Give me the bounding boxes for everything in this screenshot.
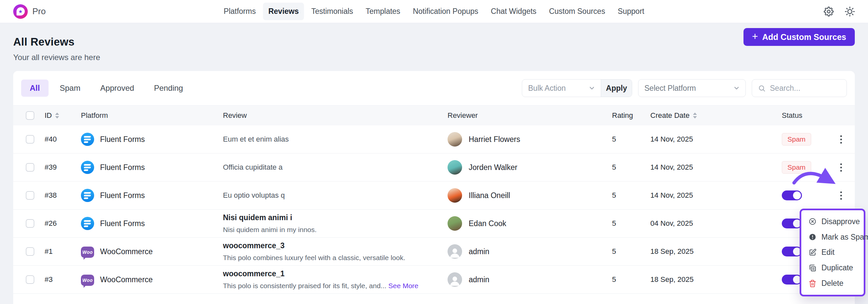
top-navigation-bar: ★ Pro PlatformsReviewsTestimonialsTempla… (0, 0, 868, 23)
review-cell: woocommerce_1 This polo is consistently … (223, 269, 447, 290)
tab-approved[interactable]: Approved (92, 79, 143, 97)
table-row: #26 Fluent Forms Nisi quidem animi i Nis… (13, 210, 855, 238)
status-toggle[interactable] (782, 275, 802, 284)
column-header-id[interactable]: ID (40, 111, 74, 120)
reviewer-avatar (447, 272, 462, 287)
apply-button[interactable]: Apply (601, 79, 632, 97)
reviewer-avatar (447, 244, 462, 259)
search-box (752, 79, 847, 97)
review-cell: woocommerce_3 This polo combines luxury … (223, 241, 447, 262)
platform-name: Fluent Forms (100, 219, 145, 228)
nav-item-chat-widgets[interactable]: Chat Widgets (486, 3, 542, 20)
search-icon (758, 85, 766, 92)
review-id: #40 (40, 135, 74, 143)
status-toggle[interactable] (782, 246, 802, 257)
row-checkbox[interactable] (26, 247, 34, 256)
main-nav: PlatformsReviewsTestimonialsTemplatesNot… (218, 3, 649, 20)
review-id: #3 (40, 275, 74, 284)
nav-item-custom-sources[interactable]: Custom Sources (544, 3, 610, 20)
nav-item-testimonials[interactable]: Testimonials (306, 3, 359, 20)
review-cell: Eu optio voluptas q (223, 191, 447, 200)
see-more-link[interactable]: See More (389, 282, 418, 290)
select-platform-dropdown[interactable]: Select Platform (638, 79, 746, 97)
reviewer-avatar (447, 216, 462, 231)
review-text: This polo is consistently praised for it… (223, 282, 386, 290)
rating-value: 5 (609, 163, 646, 172)
review-title: woocommerce_1 (223, 269, 447, 278)
status-tabbar: AllSpamApprovedPending Bulk Action Apply… (13, 71, 855, 106)
spam-exclamation-icon (809, 233, 816, 241)
reviewer-name: admin (469, 247, 490, 256)
status-toggle[interactable] (782, 191, 802, 200)
review-id: #1 (40, 247, 74, 256)
review-id: #26 (40, 219, 74, 228)
context-menu-item-duplicate[interactable]: Duplicate (801, 260, 864, 276)
table-row: #1 Woo WooCommerce woocommerce_3 This po… (13, 238, 855, 266)
column-header-rating: Rating (609, 111, 646, 120)
rating-value: 5 (609, 247, 646, 256)
nav-item-templates[interactable]: Templates (360, 3, 406, 20)
nav-item-reviews[interactable]: Reviews (263, 3, 304, 20)
select-platform-label: Select Platform (644, 84, 696, 93)
platform-name: Fluent Forms (100, 191, 145, 200)
platform-icon (81, 133, 94, 146)
review-cell: Nisi quidem animi i Nisi quidem animi in… (223, 213, 447, 234)
reviewer-name: Jorden Walker (469, 163, 517, 172)
platform-name: WooCommerce (100, 275, 153, 284)
column-header-review: Review (223, 111, 447, 120)
create-date: 14 Nov, 2025 (646, 163, 775, 172)
create-date: 14 Nov, 2025 (646, 191, 775, 200)
bulk-action-select[interactable]: Bulk Action (522, 79, 601, 97)
context-menu-item-edit[interactable]: Edit (801, 245, 864, 261)
context-menu-item-disapprove[interactable]: Disapprove (801, 214, 864, 229)
reviewer-name: Edan Cook (469, 219, 506, 228)
row-checkbox[interactable] (26, 275, 34, 284)
context-menu-item-delete[interactable]: Delete (801, 276, 864, 291)
column-header-status: Status (775, 111, 827, 120)
tab-spam[interactable]: Spam (51, 79, 89, 97)
tab-pending[interactable]: Pending (145, 79, 192, 97)
rating-value: 5 (609, 135, 646, 143)
sort-icon[interactable] (693, 112, 697, 119)
tab-all[interactable]: All (21, 79, 49, 97)
nav-item-support[interactable]: Support (612, 3, 650, 20)
bulk-action-label: Bulk Action (528, 84, 566, 93)
row-actions-kebab-icon[interactable] (827, 162, 855, 172)
nav-item-notification-popups[interactable]: Notification Popups (408, 3, 484, 20)
settings-gear-icon[interactable] (824, 7, 834, 16)
rating-value: 5 (609, 275, 646, 284)
review-text: Nisi quidem animi in my innos. (223, 226, 317, 233)
row-checkbox[interactable] (26, 219, 34, 228)
status-spam-badge: Spam (782, 133, 811, 145)
reviewer-name: Harriet Flowers (469, 135, 520, 144)
app-logo-label: Pro (32, 6, 45, 16)
status-toggle[interactable] (782, 218, 802, 228)
delete-trash-icon (809, 279, 816, 288)
add-custom-sources-label: Add Custom Sources (762, 32, 846, 42)
chevron-down-icon (588, 85, 595, 92)
row-checkbox[interactable] (26, 191, 34, 200)
reviewer-name: admin (469, 275, 490, 284)
reviews-card: AllSpamApprovedPending Bulk Action Apply… (13, 71, 855, 304)
search-input[interactable] (770, 84, 836, 93)
row-checkbox[interactable] (26, 135, 34, 143)
row-actions-kebab-icon[interactable] (827, 191, 855, 200)
row-actions-kebab-icon[interactable] (827, 134, 855, 144)
review-id: #39 (40, 163, 74, 172)
edit-pencil-icon (809, 248, 816, 257)
nav-item-platforms[interactable]: Platforms (218, 3, 261, 20)
chevron-down-icon (733, 85, 740, 92)
add-custom-sources-button[interactable]: + Add Custom Sources (743, 28, 855, 46)
context-menu-item-mark-as-spam[interactable]: Mark as Spam (801, 229, 864, 245)
select-all-checkbox[interactable] (26, 111, 34, 120)
rating-value: 5 (609, 191, 646, 200)
theme-light-sun-icon[interactable] (845, 7, 855, 16)
row-checkbox[interactable] (26, 163, 34, 172)
sort-icon[interactable] (55, 112, 59, 119)
review-id: #38 (40, 191, 74, 200)
platform-name: WooCommerce (100, 247, 153, 256)
table-row: #40 Fluent Forms Eum et et enim alias Ha… (13, 126, 855, 154)
column-header-create-date[interactable]: Create Date (646, 111, 775, 120)
reviewer-name: Illiana Oneill (469, 191, 510, 200)
apply-label: Apply (606, 84, 627, 93)
